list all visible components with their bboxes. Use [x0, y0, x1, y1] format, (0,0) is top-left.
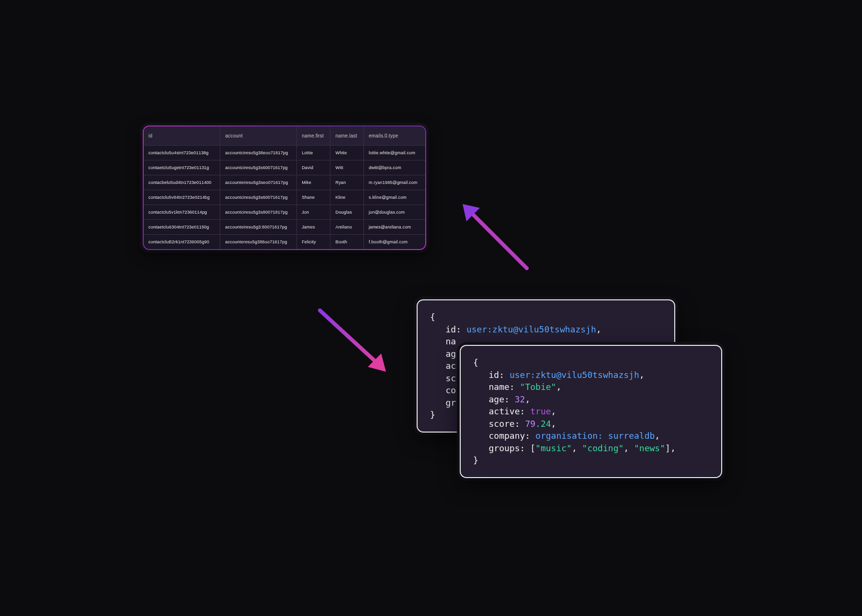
- val-age: 32: [515, 394, 525, 404]
- cell-id: contactcluB2rk1nt7236005g90: [144, 235, 220, 250]
- cell-id: contacbelu5ud4tn1723e011400: [144, 175, 220, 190]
- val-active: true: [530, 406, 551, 416]
- cell-first: Mike: [297, 175, 330, 190]
- key-id: id:: [489, 370, 505, 380]
- cell-account: accountciresu5g3s60071617pg: [220, 160, 297, 175]
- brace-close: }: [430, 410, 435, 420]
- key-name: name:: [489, 382, 515, 392]
- val-score-int: 79: [525, 419, 535, 429]
- key-company: co: [446, 385, 456, 395]
- col-id: id: [144, 126, 220, 146]
- cell-account: accounteiresu5g3:80071617pg: [220, 220, 297, 235]
- key-age: ag: [446, 349, 456, 359]
- val-score-dec: .24: [535, 419, 551, 429]
- cell-email: james@areliana.com: [364, 220, 425, 235]
- key-score: score:: [489, 419, 520, 429]
- svg-line-2: [320, 310, 379, 365]
- table-row: contaetclu6304tnt723e01150g accounteires…: [144, 220, 425, 235]
- cell-first: James: [297, 220, 330, 235]
- cell-account: accountciresu5g3s60071617pg: [220, 190, 297, 205]
- table-header-row: id account name.first name.last emails.0…: [144, 126, 425, 146]
- cell-first: Lottie: [297, 146, 330, 160]
- key-company: company:: [489, 431, 531, 441]
- brace-close: }: [473, 455, 478, 465]
- cell-id: contaetclu6304tnt723e01150g: [144, 220, 220, 235]
- arrow-bottom-right-icon: [311, 302, 393, 378]
- cell-email: s.kline@gmail.com: [364, 190, 425, 205]
- val-group-1: "coding": [582, 443, 624, 453]
- col-firstname: name.first: [297, 126, 330, 146]
- cell-last: White: [330, 146, 364, 160]
- cell-id: contactclu5u4stnt723e01138g: [144, 146, 220, 160]
- cell-id: contactclu5v1ktn72360114pg: [144, 205, 220, 220]
- cell-email: f.booth@gmail.com: [364, 235, 425, 250]
- cell-id: contaetclu5ugetnt723e01131g: [144, 160, 220, 175]
- data-table-card: id account name.first name.last emails.0…: [143, 125, 426, 250]
- cell-first: Shane: [297, 190, 330, 205]
- cell-account: accountciresu5g3s80071817pg: [220, 205, 297, 220]
- cell-last: Witt: [330, 160, 364, 175]
- table-row: contactclu5v84tn2723e0214bg accountcires…: [144, 190, 425, 205]
- cell-id: contactclu5v84tn2723e0214bg: [144, 190, 220, 205]
- cell-last: Ryan: [330, 175, 364, 190]
- cell-account: accounteresu5g386oo71617pg: [220, 235, 297, 250]
- brace-open: {: [473, 357, 478, 367]
- col-email: emails.0.type: [364, 126, 425, 146]
- val-id: user:zktu@vilu50tswhazsjh: [466, 324, 596, 334]
- key-active: active:: [489, 406, 525, 416]
- brace-open: {: [430, 312, 435, 322]
- val-group-0: "music": [535, 443, 572, 453]
- key-groups: groups:: [489, 443, 525, 453]
- cell-last: Kline: [330, 190, 364, 205]
- svg-line-0: [468, 210, 527, 268]
- key-id: id:: [446, 324, 462, 334]
- val-company-rel: organisation:: [535, 431, 603, 441]
- key-name: na: [446, 336, 456, 346]
- cell-first: Jon: [297, 205, 330, 220]
- val-id: user:zktu@vilu50tswhazsjh: [510, 370, 639, 380]
- val-company: surrealdb: [608, 431, 655, 441]
- cell-first: Felicity: [297, 235, 330, 250]
- cell-last: Areliano: [330, 220, 364, 235]
- data-table: id account name.first name.last emails.0…: [144, 126, 425, 249]
- table-row: contactcluB2rk1nt7236005g90 accounteresu…: [144, 235, 425, 250]
- cell-email: m.ryan1985@gmail.com: [364, 175, 425, 190]
- cell-account: accountciresu5g38eoo71817pg: [220, 146, 297, 160]
- arrow-top-left-icon: [460, 201, 536, 278]
- cell-first: David: [297, 160, 330, 175]
- table-row: contacbelu5ud4tn1723e011400 accounteires…: [144, 175, 425, 190]
- code-block-front: { id: user:zktu@vilu50tswhazsjh, name: "…: [461, 346, 721, 477]
- cell-last: Douglas: [330, 205, 364, 220]
- val-name: "Tobie": [520, 382, 556, 392]
- table-row: contactclu5u4stnt723e01138g accountcires…: [144, 146, 425, 160]
- col-account: account: [220, 126, 297, 146]
- key-active: ac: [446, 361, 456, 371]
- key-groups: gr: [446, 398, 456, 408]
- cell-email: lottie.white@gmail.com: [364, 146, 425, 160]
- key-score: sc: [446, 373, 456, 383]
- cell-last: Booth: [330, 235, 364, 250]
- key-age: age:: [489, 394, 510, 404]
- cell-account: accounteiresu5g3seo071617pg: [220, 175, 297, 190]
- col-lastname: name.last: [330, 126, 364, 146]
- cell-email: jon@douglas.com: [364, 205, 425, 220]
- table-row: contaetclu5ugetnt723e01131g accountcires…: [144, 160, 425, 175]
- table-row: contactclu5v1ktn72360114pg accountciresu…: [144, 205, 425, 220]
- cell-email: dwitt@bpra.com: [364, 160, 425, 175]
- val-group-2: "news": [634, 443, 665, 453]
- code-card-front: { id: user:zktu@vilu50tswhazsjh, name: "…: [460, 345, 722, 478]
